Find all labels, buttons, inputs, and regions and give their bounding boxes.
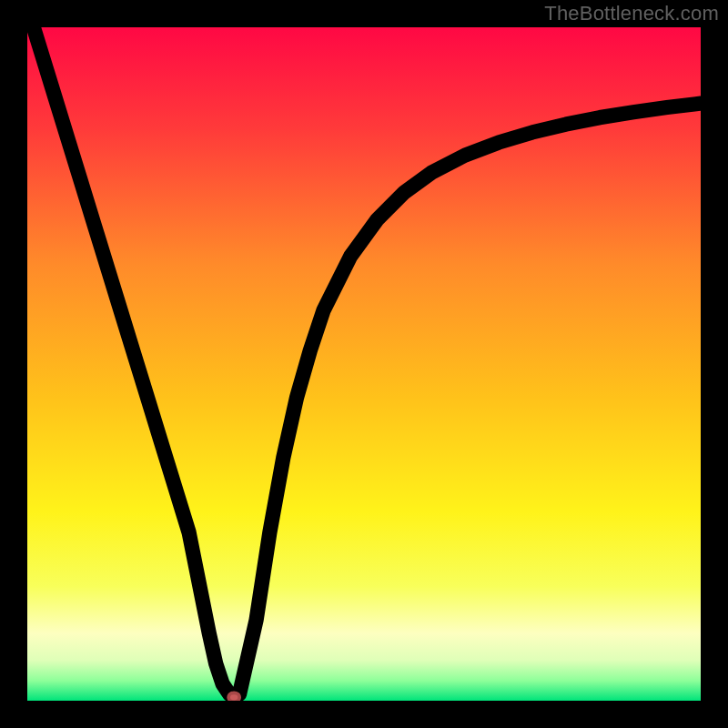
bottleneck-curve — [27, 27, 701, 697]
curve-layer — [27, 27, 701, 701]
watermark-text: TheBottleneck.com — [544, 2, 719, 25]
plot-area — [27, 27, 701, 701]
chart-wrapper: TheBottleneck.com — [0, 0, 728, 728]
optimal-point-marker — [228, 693, 239, 701]
